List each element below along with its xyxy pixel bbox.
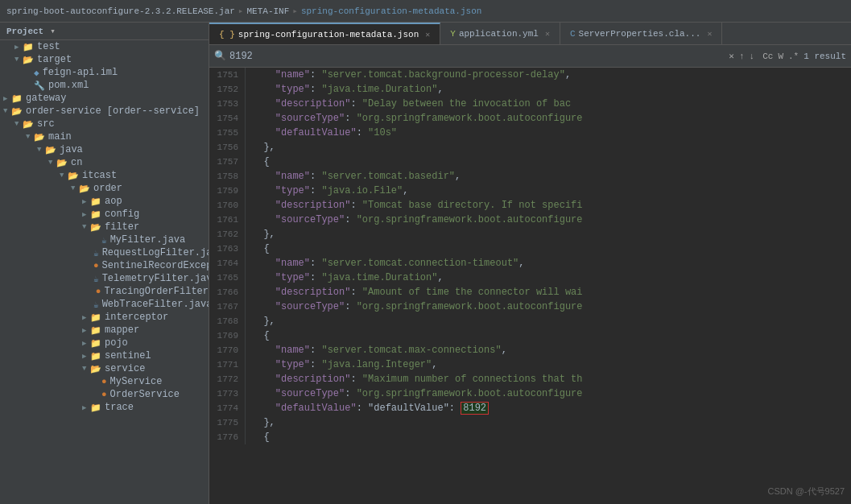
line-number: 1760 bbox=[209, 198, 246, 213]
code-line: 1772 "description": "Maximum number of c… bbox=[209, 372, 851, 386]
tree-arrow: ▼ bbox=[82, 365, 90, 373]
json-key: "defaultValue" bbox=[275, 403, 357, 414]
tree-item-main[interactable]: ▼ 📂 main bbox=[0, 130, 209, 143]
tree-arrow: ▼ bbox=[60, 171, 68, 180]
tree-arrow: ▼ bbox=[48, 159, 56, 167]
line-content: "type": "java.time.Duration", bbox=[252, 271, 851, 285]
tree-icon: 📂 bbox=[45, 145, 56, 155]
tree-item-WebTraceFilter.java[interactable]: ☕ WebTraceFilter.java bbox=[0, 298, 209, 311]
watermark: CSDN @-代号9527 bbox=[767, 485, 845, 498]
tree-item-itcast[interactable]: ▼ 📂 itcast bbox=[0, 169, 209, 182]
line-number: 1755 bbox=[209, 126, 246, 140]
line-number: 1759 bbox=[209, 184, 246, 198]
json-punct: { bbox=[252, 243, 270, 254]
json-punct: { bbox=[252, 432, 270, 443]
json-punct: }, bbox=[252, 417, 275, 428]
json-string: "java.lang.Integer" bbox=[321, 359, 432, 370]
tree-item-RequestLogFilter.java[interactable]: ☕ RequestLogFilter.java bbox=[0, 246, 209, 259]
line-number: 1761 bbox=[209, 213, 246, 227]
code-editor[interactable]: 1751 "name": "server.tomcat.background-p… bbox=[209, 68, 851, 504]
tree-icon: 📂 bbox=[34, 132, 45, 143]
tree-item-test[interactable]: ▶ 📁 test bbox=[0, 40, 209, 53]
tree-item-TracingOrderFilter[interactable]: ● TracingOrderFilter bbox=[0, 285, 209, 298]
tree-item-target[interactable]: ▼ 📂 target bbox=[0, 53, 209, 66]
json-punct bbox=[252, 69, 275, 81]
line-number: 1751 bbox=[209, 68, 246, 82]
search-next[interactable]: ↓ bbox=[750, 52, 755, 61]
tree-label: cn bbox=[71, 157, 82, 168]
tree-item-gateway[interactable]: ▶ 📁 gateway bbox=[0, 92, 209, 105]
tree-item-src[interactable]: ▼ 📂 src bbox=[0, 118, 209, 130]
tree-item-aop[interactable]: ▶ 📁 aop bbox=[0, 195, 209, 208]
json-punct bbox=[252, 214, 275, 225]
code-line: 1753 "description": "Delay between the i… bbox=[209, 97, 851, 111]
line-number: 1773 bbox=[209, 386, 246, 401]
json-string: "server.tomcat.connection-timeout" bbox=[321, 258, 518, 269]
search-regex[interactable]: .* bbox=[788, 52, 799, 61]
json-punct: : bbox=[310, 345, 321, 356]
tree-item-trace[interactable]: ▶ 📁 trace bbox=[0, 401, 209, 414]
tree-item-order-service[interactable]: ▼ 📂 order-service [order--service] bbox=[0, 105, 209, 118]
tree-item-order[interactable]: ▼ 📂 order bbox=[0, 182, 209, 195]
tree-item-TelemetryFilter.java[interactable]: ☕ TelemetryFilter.java bbox=[0, 272, 209, 285]
tab-server[interactable]: C ServerProperties.cla... ✕ bbox=[560, 23, 722, 44]
tree-item-filter[interactable]: ▼ 📂 filter bbox=[0, 221, 209, 233]
json-key: "name" bbox=[275, 69, 310, 81]
tab-metadata-close[interactable]: ✕ bbox=[425, 30, 430, 39]
search-result-count: 1 result bbox=[803, 52, 846, 61]
json-punct: , bbox=[502, 345, 507, 356]
tree-item-pom.xml[interactable]: 🔧 pom.xml bbox=[0, 79, 209, 92]
line-content: "defaultValue": "10s" bbox=[252, 126, 851, 140]
tree-item-mapper[interactable]: ▶ 📁 mapper bbox=[0, 324, 209, 337]
tree-arrow: ▶ bbox=[82, 403, 90, 412]
json-punct: , bbox=[437, 272, 443, 283]
tree-item-cn[interactable]: ▼ 📂 cn bbox=[0, 156, 209, 169]
tree-item-sentinel[interactable]: ▶ 📁 sentinel bbox=[0, 349, 209, 362]
tree-label: service bbox=[105, 363, 145, 374]
line-content: "defaultValue": "defaultValue": 8192 bbox=[252, 401, 851, 415]
tree-item-pojo[interactable]: ▶ 📁 pojo bbox=[0, 337, 209, 349]
json-punct: , bbox=[455, 171, 461, 182]
tree-label: MyFilter.java bbox=[110, 234, 186, 246]
json-key: "sourceType" bbox=[275, 301, 345, 312]
tree-label: java bbox=[60, 144, 83, 155]
tree-item-SentinelRecordExceptionFilter[interactable]: ● SentinelRecordExceptionFilter bbox=[0, 259, 209, 272]
code-line: 1759 "type": "java.io.File", bbox=[209, 184, 851, 198]
tab-metadata[interactable]: { } spring-configuration-metadata.json ✕ bbox=[209, 23, 440, 44]
json-key: "type" bbox=[275, 84, 310, 95]
tree-arrow: ▶ bbox=[82, 313, 90, 322]
tree-label: mapper bbox=[105, 324, 139, 336]
search-prev[interactable]: ↑ bbox=[739, 52, 745, 61]
search-options[interactable]: Cc bbox=[762, 52, 773, 61]
tree-item-java[interactable]: ▼ 📂 java bbox=[0, 143, 209, 156]
tree-item-feign-api.iml[interactable]: ◆ feign-api.iml bbox=[0, 66, 209, 79]
search-input[interactable] bbox=[229, 51, 310, 62]
tree-icon: ● bbox=[96, 287, 101, 296]
tab-server-label: ServerProperties.cla... bbox=[579, 29, 701, 39]
tree-item-OrderService[interactable]: ● OrderService bbox=[0, 388, 209, 401]
tree-arrow: ▶ bbox=[82, 326, 90, 335]
search-word[interactable]: W bbox=[778, 52, 783, 61]
tree-label: trace bbox=[105, 402, 134, 413]
json-punct: : bbox=[310, 69, 321, 81]
json-punct: }, bbox=[252, 142, 275, 153]
search-clear[interactable]: ✕ bbox=[729, 51, 734, 61]
code-line: 1760 "description": "Tomcat base directo… bbox=[209, 198, 851, 213]
line-content: }, bbox=[252, 415, 851, 430]
tab-application-close[interactable]: ✕ bbox=[545, 29, 550, 39]
tree-item-config[interactable]: ▶ 📁 config bbox=[0, 208, 209, 221]
tab-application[interactable]: Y application.yml ✕ bbox=[440, 23, 560, 44]
tab-server-close[interactable]: ✕ bbox=[707, 29, 712, 39]
tree-item-interceptor[interactable]: ▶ 📁 interceptor bbox=[0, 311, 209, 324]
tree-arrow: ▶ bbox=[14, 43, 23, 52]
json-key: "sourceType" bbox=[275, 388, 345, 399]
top-bar: spring-boot-autoconfigure-2.3.2.RELEASE.… bbox=[0, 0, 851, 23]
tab-bar: { } spring-configuration-metadata.json ✕… bbox=[209, 23, 851, 45]
tree-item-service[interactable]: ▼ 📂 service bbox=[0, 362, 209, 375]
tab-server-icon: C bbox=[570, 29, 576, 39]
json-punct bbox=[252, 287, 275, 298]
tree-item-MyService[interactable]: ● MyService bbox=[0, 375, 209, 388]
line-number: 1769 bbox=[209, 328, 246, 343]
tree-item-MyFilter.java[interactable]: ☕ MyFilter.java bbox=[0, 233, 209, 246]
json-key: "description" bbox=[275, 200, 351, 211]
